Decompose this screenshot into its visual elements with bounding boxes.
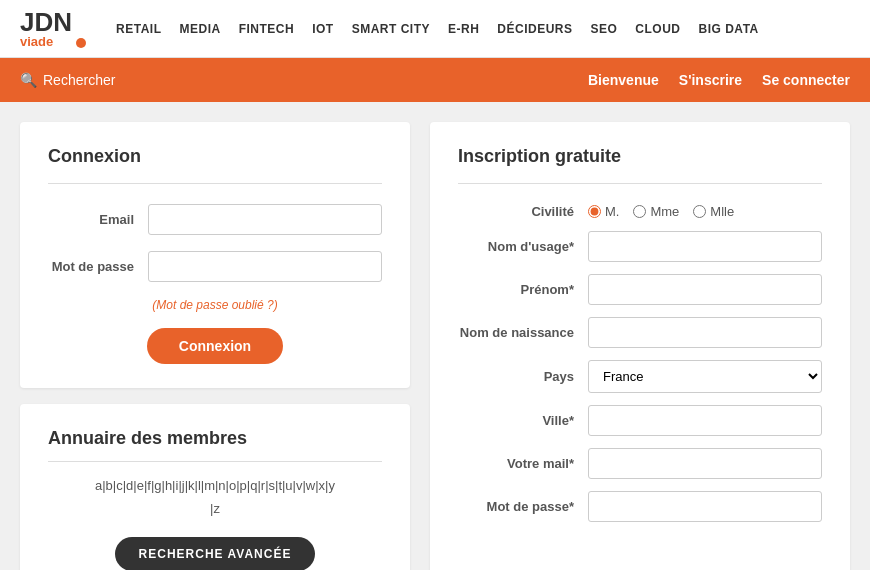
nav-seo[interactable]: SEO [591,22,618,36]
mail-row: Votre mail* [458,448,822,479]
logo-jdn: JDN [20,9,72,35]
nav-bigdata[interactable]: BIG DATA [699,22,759,36]
search-icon: 🔍 [20,72,37,88]
alphabet-links: a|b|c|d|e|f|g|h|i|j|k|l|m|n|o|p|q|r|s|t|… [48,474,382,521]
nom-naissance-row: Nom de naissance [458,317,822,348]
connecter-link[interactable]: Se connecter [762,72,850,88]
email-field[interactable] [148,204,382,235]
pays-label: Pays [458,369,588,384]
inscription-card: Inscription gratuite Civilité M. Mme Mll… [430,122,850,570]
logo[interactable]: JDN viade [20,9,86,48]
nav-erh[interactable]: E-RH [448,22,479,36]
nav-retail[interactable]: RETAIL [116,22,161,36]
nav-fintech[interactable]: FINTECH [239,22,295,36]
civilite-group: M. Mme Mlle [588,204,734,219]
connexion-divider [48,183,382,184]
civilite-row: Civilité M. Mme Mlle [458,204,822,219]
nav-media[interactable]: MEDIA [179,22,220,36]
civilite-m-radio[interactable] [588,205,601,218]
password-field[interactable] [148,251,382,282]
password-row: Mot de passe [48,251,382,282]
insc-password-row: Mot de passe* [458,491,822,522]
orange-bar: 🔍 Rechercher Bienvenue S'inscrire Se con… [0,58,870,102]
nav-smart-city[interactable]: SMART CITY [352,22,430,36]
search-placeholder: Rechercher [43,72,115,88]
email-label: Email [48,212,148,227]
insc-password-field[interactable] [588,491,822,522]
nom-usage-row: Nom d'usage* [458,231,822,262]
nav-decideurs[interactable]: DÉCIDEURS [497,22,572,36]
civilite-m-label: M. [588,204,619,219]
nom-usage-label: Nom d'usage* [458,239,588,254]
annuaire-title: Annuaire des membres [48,428,382,449]
ville-label: Ville* [458,413,588,428]
main-content: Connexion Email Mot de passe (Mot de pas… [0,102,870,570]
civilite-mlle-radio[interactable] [693,205,706,218]
prenom-field[interactable] [588,274,822,305]
ville-field[interactable] [588,405,822,436]
inscription-divider [458,183,822,184]
inscrire-link[interactable]: S'inscrire [679,72,742,88]
ville-row: Ville* [458,405,822,436]
pays-select[interactable]: France Belgique Suisse Canada [588,360,822,393]
top-nav: JDN viade RETAIL MEDIA FINTECH IOT SMART… [0,0,870,58]
nav-iot[interactable]: IOT [312,22,334,36]
left-column: Connexion Email Mot de passe (Mot de pas… [20,122,410,570]
connexion-card: Connexion Email Mot de passe (Mot de pas… [20,122,410,388]
nom-usage-field[interactable] [588,231,822,262]
mail-field[interactable] [588,448,822,479]
bienvenue-link[interactable]: Bienvenue [588,72,659,88]
recherche-avancee-button[interactable]: RECHERCHE AVANCÉE [115,537,316,570]
nav-cloud[interactable]: CLOUD [635,22,680,36]
password-label: Mot de passe [48,259,148,274]
pays-row: Pays France Belgique Suisse Canada [458,360,822,393]
connexion-button[interactable]: Connexion [147,328,283,364]
nom-naissance-label: Nom de naissance [458,325,588,340]
forgot-password-link[interactable]: (Mot de passe oublié ?) [152,298,277,312]
civilite-label: Civilité [458,204,588,219]
auth-links: Bienvenue S'inscrire Se connecter [588,72,850,88]
civilite-mme-label: Mme [633,204,679,219]
mail-label: Votre mail* [458,456,588,471]
civilite-mme-radio[interactable] [633,205,646,218]
insc-password-label: Mot de passe* [458,499,588,514]
prenom-label: Prénom* [458,282,588,297]
civilite-mlle-label: Mlle [693,204,734,219]
logo-viade: viade [20,35,72,48]
inscription-title: Inscription gratuite [458,146,822,167]
nav-links: RETAIL MEDIA FINTECH IOT SMART CITY E-RH… [116,22,850,36]
nom-naissance-field[interactable] [588,317,822,348]
annuaire-divider [48,461,382,462]
connexion-title: Connexion [48,146,382,167]
prenom-row: Prénom* [458,274,822,305]
forgot-link-container: (Mot de passe oublié ?) [48,298,382,312]
search-area: 🔍 Rechercher [20,72,588,88]
logo-dot [76,38,86,48]
annuaire-card: Annuaire des membres a|b|c|d|e|f|g|h|i|j… [20,404,410,570]
email-row: Email [48,204,382,235]
